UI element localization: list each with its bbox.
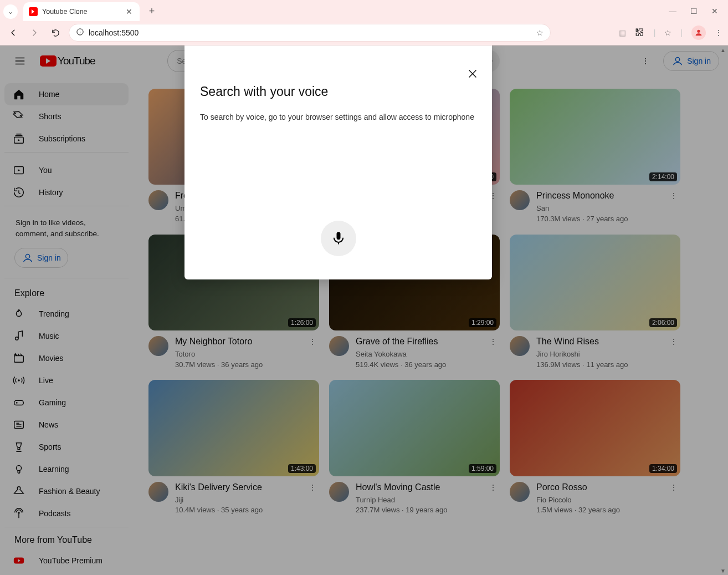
modal-body: To search by voice, go to your browser s… [200, 113, 476, 121]
window-minimize-button[interactable]: — [667, 7, 678, 16]
browser-back-button[interactable] [6, 25, 21, 40]
tab-strip: ⌄ Youtube Clone ✕ + — ☐ ✕ [0, 0, 728, 21]
tab-close-button[interactable]: ✕ [124, 7, 134, 16]
browser-forward-button[interactable] [27, 25, 42, 40]
tab-title: Youtube Clone [42, 8, 120, 16]
browser-reload-button[interactable] [48, 25, 63, 40]
window-controls: — ☐ ✕ [667, 7, 728, 21]
voice-search-modal: Search with your voice To search by voic… [184, 45, 492, 279]
modal-mic-button[interactable] [321, 221, 356, 256]
modal-title: Search with your voice [200, 84, 476, 99]
address-bar-row: localhost:5500 ☆ ▦ | ☆ | ⋮ [0, 21, 728, 44]
modal-close-button[interactable] [464, 65, 481, 82]
window-close-button[interactable]: ✕ [709, 7, 720, 16]
browser-menu-button[interactable]: ⋮ [715, 28, 722, 37]
bookmark-star-icon[interactable]: ☆ [536, 28, 544, 37]
address-text: localhost:5500 [89, 28, 139, 37]
address-bar[interactable]: localhost:5500 ☆ [69, 24, 551, 42]
favicon-icon [29, 7, 38, 16]
browser-tab[interactable]: Youtube Clone ✕ [23, 2, 140, 21]
tab-search-button[interactable]: ⌄ [3, 4, 18, 19]
profile-avatar[interactable] [691, 26, 706, 40]
extensions-icon[interactable]: ▦ [619, 28, 626, 37]
svg-point-3 [697, 30, 700, 33]
puzzle-icon[interactable] [635, 27, 645, 39]
window-maximize-button[interactable]: ☐ [688, 7, 699, 16]
app-root: YouTube Search ⋮ Sign in HomeShortsSubsc… [0, 45, 728, 575]
bookmarks-icon[interactable]: ☆ [664, 28, 671, 37]
site-info-icon[interactable] [76, 28, 84, 38]
browser-chrome: ⌄ Youtube Clone ✕ + — ☐ ✕ localhost:5500… [0, 0, 728, 45]
new-tab-button[interactable]: + [144, 3, 160, 19]
